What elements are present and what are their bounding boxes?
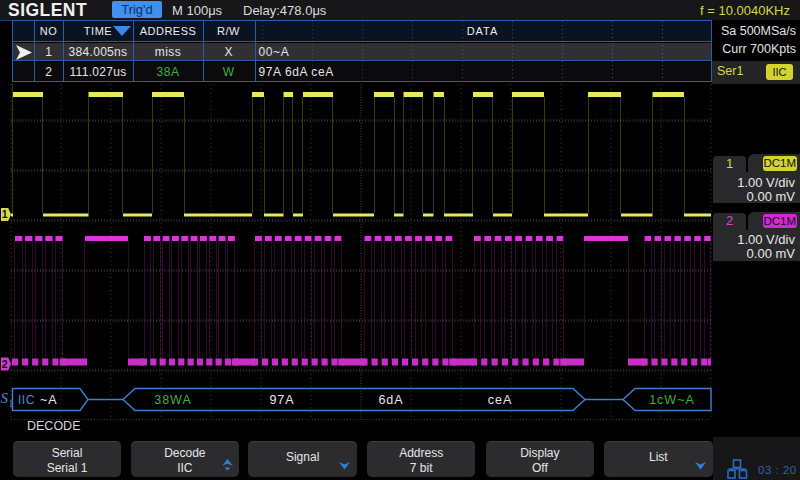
svg-text:1: 1: [2, 208, 8, 220]
svg-text:~A: ~A: [40, 393, 58, 407]
svg-text:38WA: 38WA: [154, 393, 192, 407]
svg-text:2: 2: [2, 358, 8, 370]
svg-text:S: S: [1, 390, 9, 406]
svg-text:1: 1: [9, 399, 14, 409]
svg-text:97A: 97A: [269, 393, 294, 407]
svg-text:ceA: ceA: [488, 393, 513, 407]
svg-text:IIC: IIC: [18, 393, 35, 407]
svg-text:1cW~A: 1cW~A: [649, 393, 695, 407]
svg-text:6dA: 6dA: [378, 393, 403, 407]
